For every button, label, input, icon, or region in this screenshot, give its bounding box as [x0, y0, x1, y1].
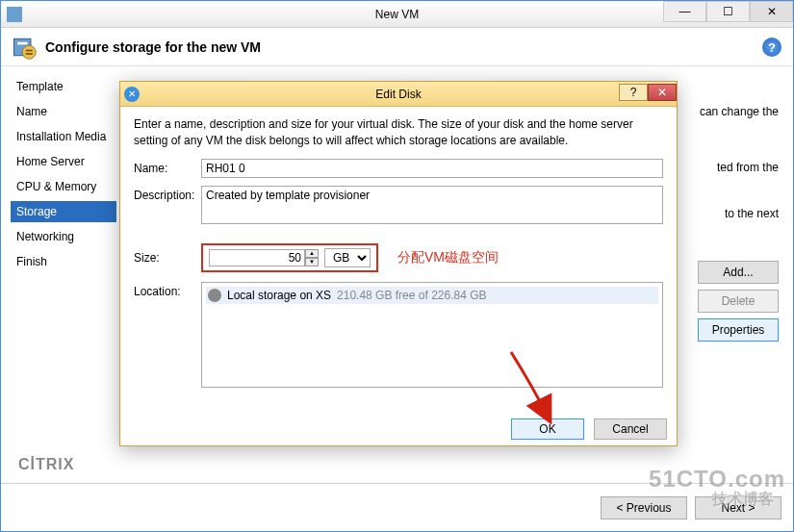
location-name: Local storage on XS	[227, 289, 331, 302]
ok-button[interactable]: OK	[511, 418, 584, 440]
location-list[interactable]: Local storage on XS 210.48 GB free of 22…	[201, 282, 663, 388]
spin-up-button[interactable]: ▲	[305, 249, 319, 258]
modal-intro: Enter a name, description and size for y…	[134, 116, 663, 149]
size-group: ▲ ▼ GB	[201, 243, 378, 272]
cancel-button[interactable]: Cancel	[594, 418, 667, 440]
name-label: Name:	[134, 159, 201, 178]
size-unit-select[interactable]: GB	[324, 248, 371, 267]
modal-close-button[interactable]: ✕	[648, 84, 677, 101]
location-free: 210.48 GB free of 226.84 GB	[337, 289, 486, 302]
edit-disk-dialog: ✕ Edit Disk ? ✕ Enter a name, descriptio…	[119, 81, 678, 446]
modal-icon: ✕	[124, 87, 140, 102]
size-input[interactable]	[209, 249, 305, 266]
modal-title: Edit Disk	[375, 88, 421, 101]
location-item[interactable]: Local storage on XS 210.48 GB free of 22…	[206, 287, 658, 304]
disk-icon	[208, 289, 221, 302]
size-label: Size:	[134, 251, 201, 265]
location-label: Location:	[134, 282, 201, 388]
modal-titlebar[interactable]: ✕ Edit Disk ? ✕	[120, 82, 677, 107]
description-label: Description:	[134, 186, 201, 224]
annotation-text: 分配VM磁盘空间	[397, 249, 499, 266]
modal-help-button[interactable]: ?	[619, 84, 648, 101]
watermark: 51CTO.com	[649, 466, 785, 493]
name-input[interactable]	[201, 159, 663, 178]
spin-down-button[interactable]: ▼	[305, 258, 319, 266]
watermark-sub: 技术博客	[712, 490, 774, 510]
description-input[interactable]: Created by template provisioner	[201, 186, 663, 224]
new-vm-window: New VM — ☐ ✕ Configure storage for the n…	[0, 0, 794, 532]
